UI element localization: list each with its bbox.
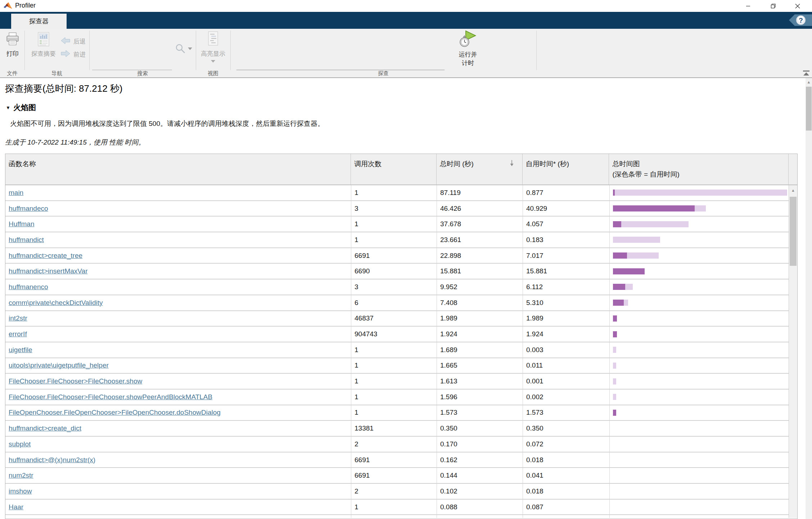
scroll-up-arrow-icon[interactable]: ▲ (806, 80, 812, 84)
total-time-cell: 0.170 (437, 437, 523, 452)
function-link[interactable]: FileOpenChooser.FileOpenChooser>FileOpen… (9, 409, 221, 416)
function-link[interactable]: uigetfile (9, 346, 32, 354)
self-time-segment (613, 221, 621, 227)
time-plot-cell (610, 500, 789, 515)
function-link[interactable]: comm\private\checkDictValidity (9, 299, 103, 307)
table-row: FileOpenChooser.FileOpenChooser>FileOpen… (5, 405, 797, 421)
print-button[interactable]: 打印 (2, 32, 23, 58)
calls-cell: 6690 (351, 264, 437, 279)
function-cell: errorIf (5, 327, 351, 342)
matlab-logo-icon (4, 2, 12, 10)
other-time-segment (613, 363, 616, 369)
column-header-self-time[interactable]: 自用时间* (秒) (523, 154, 609, 185)
scroll-up-arrow-icon[interactable]: ▲ (789, 188, 797, 192)
calls-cell: 6691 (351, 248, 437, 263)
collapse-toolbar-button[interactable] (802, 70, 811, 76)
other-time-segment (613, 394, 616, 400)
sort-descending-icon (509, 160, 514, 169)
total-time-cell: 23.661 (437, 232, 523, 247)
window-scrollbar-thumb[interactable] (806, 87, 812, 131)
table-row: subplot 2 0.170 0.072 (5, 437, 797, 452)
function-cell: num2str (5, 468, 351, 483)
function-link[interactable]: uitools\private\uigetputfile_helper (9, 361, 109, 369)
calls-cell: 3 (351, 201, 437, 216)
flame-graph-section-toggle[interactable]: ▼ 火焰图 (6, 103, 36, 113)
tab-profiler[interactable]: 探查器 (11, 14, 67, 29)
column-header-time-plot[interactable]: 总时间图 (深色条带 = 自用时间) (609, 154, 789, 185)
time-plot-cell (610, 342, 789, 358)
calls-cell: 6691 (351, 452, 437, 468)
help-button[interactable]: ? (784, 14, 812, 27)
self-time-segment (613, 205, 695, 211)
column-header-total-time[interactable]: 总时间 (秒) (437, 154, 523, 185)
run-and-time-button[interactable]: 运行并 计时 (453, 30, 483, 67)
self-time-segment (613, 331, 617, 337)
function-link[interactable]: huffmandict (9, 236, 44, 244)
back-button[interactable]: 后退 (60, 37, 86, 46)
self-time-cell: 6.112 (523, 279, 610, 295)
column-header-calls[interactable]: 调用次数 (351, 154, 437, 185)
function-cell: FileOpenChooser.FileOpenChooser>FileOpen… (5, 405, 351, 420)
function-link[interactable]: main (9, 189, 23, 197)
time-plot-cell (610, 484, 789, 499)
column-header-function[interactable]: 函数名称 (5, 154, 351, 185)
table-scrollbar[interactable]: ▲ (789, 185, 797, 518)
function-link[interactable]: subplot (9, 440, 31, 448)
function-link[interactable]: huffmandict>create_dict (9, 424, 81, 432)
function-cell: comm\private\checkDictValidity (5, 295, 351, 310)
other-time-segment (621, 221, 689, 227)
self-time-cell: 15.881 (523, 264, 610, 279)
restore-button[interactable] (764, 0, 782, 12)
function-link[interactable]: num2str (9, 472, 33, 479)
function-link[interactable]: huffmandeco (9, 205, 48, 213)
group-label-view: 视图 (208, 70, 218, 77)
highlight-button[interactable]: 高亮显示 (199, 31, 227, 63)
function-link[interactable]: Huffman (9, 220, 34, 228)
total-time-cell: 46.426 (437, 201, 523, 216)
table-row: comm\private\checkDictValidity 6 7.408 5… (5, 295, 797, 311)
other-time-segment (625, 284, 633, 290)
profile-summary-button[interactable]: 探查摘要 (28, 32, 59, 58)
time-bar (613, 284, 633, 290)
time-plot-cell (610, 390, 789, 405)
total-time-cell: 0.088 (437, 500, 523, 515)
self-time-segment (613, 410, 616, 416)
table-row: huffmandict>create_tree 6691 22.898 7.01… (5, 248, 797, 264)
profile-table: 函数名称 调用次数 总时间 (秒) 自用时间* (秒) 总时间图 (深色条带 =… (5, 154, 798, 519)
function-link[interactable]: FileChooser.FileChooser>FileChooser.show… (9, 393, 212, 401)
function-link[interactable]: Haar (9, 503, 23, 511)
table-row: huffmanenco 3 9.952 6.112 (5, 279, 797, 295)
function-link[interactable]: imshow (9, 487, 32, 495)
close-button[interactable] (788, 0, 807, 12)
other-time-segment (624, 300, 628, 306)
calls-cell: 1 (351, 390, 437, 405)
function-cell: uigetfile (5, 342, 351, 358)
time-bar (613, 378, 616, 384)
function-link[interactable]: huffmandict>@(x)num2str(x) (9, 456, 95, 464)
table-scrollbar-thumb[interactable] (790, 197, 797, 266)
time-plot-cell (610, 405, 789, 420)
search-icon[interactable] (175, 43, 186, 55)
function-link[interactable]: errorIf (9, 330, 27, 338)
function-cell: huffmandict>create_tree (5, 248, 351, 263)
function-link[interactable]: huffmanenco (9, 283, 48, 291)
forward-button[interactable]: 前进 (60, 50, 86, 59)
self-time-cell: 40.929 (523, 201, 610, 216)
table-row: num2str 6691 0.144 0.041 (5, 468, 797, 484)
function-link[interactable]: int2str (9, 314, 27, 322)
forward-arrow-icon (60, 50, 71, 59)
calls-cell: 1 (351, 217, 437, 232)
minimize-button[interactable] (739, 0, 757, 12)
highlight-label: 高亮显示 (199, 50, 227, 58)
table-row: int2str 46837 1.989 1.989 (5, 311, 797, 327)
run-and-time-label-line1: 运行并 (453, 50, 483, 59)
window-scrollbar[interactable]: ▲ (806, 78, 812, 519)
function-link[interactable]: huffmandict>create_tree (9, 252, 82, 260)
function-link[interactable]: FileChooser.FileChooser>FileChooser.show (9, 377, 142, 385)
table-header: 函数名称 调用次数 总时间 (秒) 自用时间* (秒) 总时间图 (深色条带 =… (5, 154, 797, 185)
search-options-caret-icon[interactable] (188, 47, 192, 50)
calls-cell: 1 (351, 500, 437, 515)
function-link[interactable]: huffmandict>insertMaxVar (9, 267, 87, 275)
group-label-profile: 探查 (378, 70, 389, 77)
self-time-cell: 0.877 (523, 185, 610, 200)
